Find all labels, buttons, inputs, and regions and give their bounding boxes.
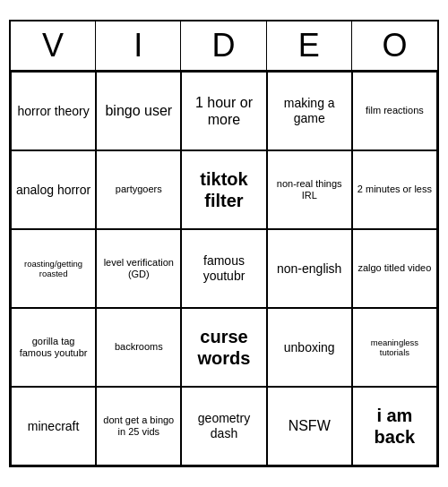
bingo-cell-20: minecraft	[11, 387, 96, 466]
bingo-cell-22: geometry dash	[181, 387, 266, 466]
bingo-cell-12: famous youtubr	[181, 229, 266, 308]
bingo-cell-19: meaningless tutorials	[352, 308, 437, 387]
header-letter: I	[96, 21, 181, 70]
bingo-cell-18: unboxing	[267, 308, 352, 387]
bingo-cell-15: gorilla tag famous youtubr	[11, 308, 96, 387]
bingo-header: VIDEO	[11, 21, 437, 72]
bingo-cell-3: making a game	[267, 72, 352, 150]
bingo-cell-16: backrooms	[96, 308, 181, 387]
bingo-cell-5: analog horror	[11, 150, 96, 229]
bingo-grid: horror theorybingo user1 hour or moremak…	[11, 72, 437, 466]
bingo-cell-1: bingo user	[96, 72, 181, 150]
bingo-cell-17: curse words	[181, 308, 266, 387]
bingo-cell-9: 2 minutes or less	[352, 150, 437, 229]
bingo-cell-14: zalgo titled video	[352, 229, 437, 308]
bingo-cell-13: non-english	[267, 229, 352, 308]
bingo-cell-4: film reactions	[352, 72, 437, 150]
header-letter: V	[11, 21, 96, 70]
bingo-cell-24: i am back	[352, 387, 437, 466]
header-letter: D	[181, 21, 266, 70]
header-letter: E	[267, 21, 352, 70]
bingo-cell-21: dont get a bingo in 25 vids	[96, 387, 181, 466]
bingo-cell-11: level verification (GD)	[96, 229, 181, 308]
bingo-cell-8: non-real things IRL	[267, 150, 352, 229]
header-letter: O	[352, 21, 437, 70]
bingo-card: VIDEO horror theorybingo user1 hour or m…	[9, 20, 439, 467]
bingo-cell-2: 1 hour or more	[181, 72, 266, 150]
bingo-cell-6: partygoers	[96, 150, 181, 229]
bingo-cell-7: tiktok filter	[181, 150, 266, 229]
bingo-cell-10: roasting/getting roasted	[11, 229, 96, 308]
bingo-cell-0: horror theory	[11, 72, 96, 150]
bingo-cell-23: NSFW	[267, 387, 352, 466]
